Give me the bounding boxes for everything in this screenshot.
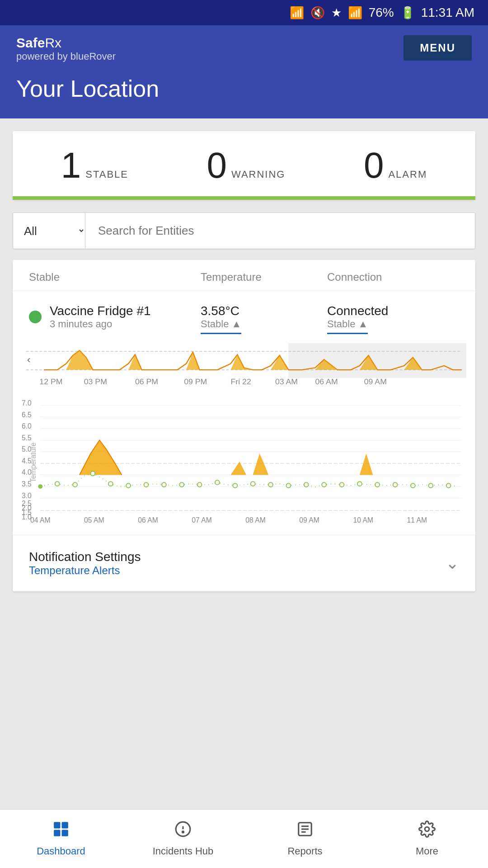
svg-marker-45 — [80, 440, 124, 475]
svg-point-53 — [108, 481, 113, 486]
svg-rect-83 — [54, 830, 60, 836]
header-stable: Stable — [29, 271, 201, 283]
svg-text:‹: ‹ — [27, 354, 31, 365]
svg-point-49 — [38, 484, 42, 489]
nav-label-reports: Reports — [287, 845, 322, 857]
brand-name: SafeRx — [16, 35, 116, 51]
svg-rect-84 — [62, 830, 68, 836]
menu-button[interactable]: MENU — [404, 35, 472, 61]
svg-point-57 — [179, 482, 184, 487]
bluetooth-icon: 📶 — [290, 6, 304, 20]
entity-card: Stable Temperature Connection Vaccine Fr… — [13, 260, 475, 591]
svg-point-69 — [393, 482, 398, 487]
svg-text:06 AM: 06 AM — [315, 378, 338, 386]
svg-text:04 AM: 04 AM — [30, 516, 51, 524]
alarm-stat: 0 ALARM — [364, 147, 427, 184]
entity-info: Vaccine Fridge #1 3 minutes ago — [50, 304, 151, 330]
table-row[interactable]: Vaccine Fridge #1 3 minutes ago 3.58°C S… — [13, 291, 475, 334]
stable-count: 1 — [61, 147, 81, 184]
warning-label: WARNING — [231, 169, 286, 180]
incidents-icon — [174, 821, 192, 842]
sync-icon: ★ — [331, 6, 342, 20]
time-text: 11:31 AM — [421, 5, 474, 20]
nav-label-dashboard: Dashboard — [37, 845, 85, 857]
svg-text:06 AM: 06 AM — [138, 516, 158, 524]
battery-icon: 🔋 — [400, 6, 415, 20]
more-icon — [418, 821, 436, 842]
svg-point-92 — [425, 827, 429, 831]
svg-text:3.0: 3.0 — [22, 492, 32, 500]
svg-rect-81 — [54, 822, 60, 828]
svg-point-72 — [446, 483, 451, 488]
svg-point-71 — [428, 483, 433, 488]
svg-point-61 — [251, 481, 255, 486]
svg-text:07 AM: 07 AM — [192, 516, 212, 524]
notification-settings[interactable]: Notification Settings Temperature Alerts… — [13, 535, 475, 591]
nav-item-dashboard[interactable]: Dashboard — [0, 810, 122, 868]
nav-label-more: More — [416, 845, 438, 857]
notification-info: Notification Settings Temperature Alerts — [29, 550, 141, 577]
page-title: Your Location — [16, 75, 472, 102]
nav-item-more[interactable]: More — [366, 810, 488, 868]
stable-stat: 1 STABLE — [61, 147, 128, 184]
svg-point-64 — [304, 482, 309, 487]
svg-text:08 AM: 08 AM — [245, 516, 266, 524]
summary-status-bar — [13, 196, 475, 200]
svg-rect-0 — [288, 343, 466, 378]
summary-stats: 1 STABLE 0 WARNING 0 ALARM — [22, 147, 466, 196]
svg-point-58 — [197, 482, 202, 487]
nav-item-reports[interactable]: Reports — [244, 810, 366, 868]
conn-value: Connected — [327, 304, 459, 318]
svg-text:09 PM: 09 PM — [184, 378, 207, 386]
status-bar: 📶 🔇 ★ 📶 76% 🔋 11:31 AM — [0, 0, 488, 25]
filter-select[interactable]: All Stable Warning Alarm — [13, 213, 85, 249]
svg-text:Fri 22: Fri 22 — [230, 378, 251, 386]
temp-value: 3.58°C — [201, 304, 327, 318]
brand: SafeRx powered by blueRover — [16, 35, 116, 62]
chevron-down-icon: ⌄ — [446, 554, 459, 573]
app-header: SafeRx powered by blueRover MENU — [0, 25, 488, 75]
svg-point-67 — [357, 481, 362, 486]
entity-status: Vaccine Fridge #1 3 minutes ago — [29, 304, 201, 330]
entity-temperature: 3.58°C Stable ▲ — [201, 304, 327, 334]
svg-point-52 — [91, 472, 95, 476]
summary-card: 1 STABLE 0 WARNING 0 ALARM — [13, 131, 475, 200]
nav-label-incidents: Incidents Hub — [153, 845, 214, 857]
warning-stat: 0 WARNING — [206, 147, 285, 184]
battery-text: 76% — [369, 5, 394, 20]
svg-point-54 — [126, 483, 131, 488]
svg-text:10 AM: 10 AM — [353, 516, 373, 524]
brand-sub: powered by blueRover — [16, 51, 116, 62]
main-chart: 7.0 6.5 6.0 5.5 5.0 4.5 4.0 3.5 3.0 2.5 … — [22, 395, 466, 528]
svg-text:09 AM: 09 AM — [299, 516, 319, 524]
main-chart-svg: 7.0 6.5 6.0 5.5 5.0 4.5 4.0 3.5 3.0 2.5 … — [22, 395, 466, 526]
svg-point-55 — [144, 482, 149, 487]
brand-rx: Rx — [45, 35, 61, 50]
svg-text:7.0: 7.0 — [22, 399, 32, 407]
search-row: All Stable Warning Alarm — [13, 212, 475, 249]
nav-item-incidents[interactable]: Incidents Hub — [122, 810, 244, 868]
brand-safe: Safe — [16, 35, 45, 50]
notification-title: Notification Settings — [29, 550, 141, 564]
svg-text:03 PM: 03 PM — [84, 378, 107, 386]
header-temperature: Temperature — [201, 271, 327, 283]
search-input[interactable] — [85, 213, 475, 249]
svg-rect-82 — [62, 822, 68, 828]
alarm-label: ALARM — [388, 169, 427, 180]
conn-status: Stable ▲ — [327, 318, 368, 334]
svg-text:11 AM: 11 AM — [407, 516, 427, 524]
svg-point-63 — [286, 483, 291, 488]
mute-icon: 🔇 — [310, 6, 325, 20]
svg-text:06 PM: 06 PM — [135, 378, 158, 386]
table-header: Stable Temperature Connection — [13, 260, 475, 291]
temp-status: Stable ▲ — [201, 318, 241, 334]
svg-point-68 — [375, 482, 380, 487]
header-connection: Connection — [327, 271, 459, 283]
svg-point-60 — [233, 483, 237, 488]
svg-text:09 AM: 09 AM — [364, 378, 387, 386]
mini-chart: ‹ 12 PM 03 PM 06 PM 09 PM Fri 22 03 AM 0… — [22, 343, 466, 390]
svg-marker-48 — [360, 453, 373, 475]
dashboard-icon — [52, 821, 70, 842]
svg-point-59 — [215, 480, 220, 485]
svg-text:6.0: 6.0 — [22, 422, 32, 430]
